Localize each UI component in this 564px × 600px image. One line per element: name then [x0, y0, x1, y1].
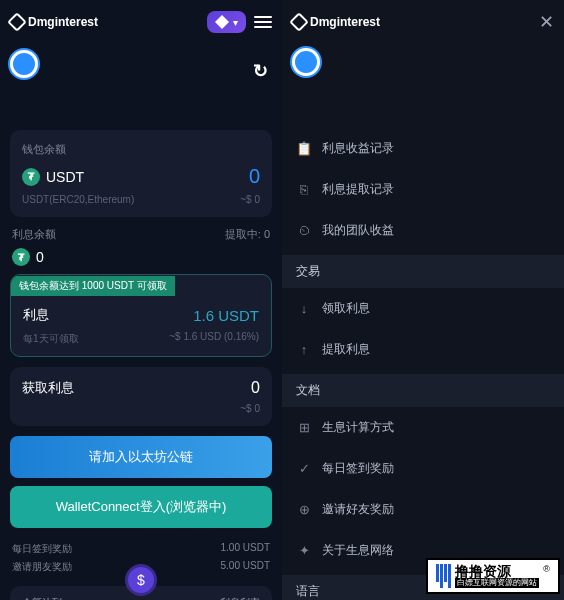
- interest-freq: 每1天可领取: [23, 332, 79, 346]
- menu-icon: ✓: [296, 461, 312, 477]
- menu-item-label: 利息收益记录: [322, 140, 394, 157]
- menu-section-header: 交易: [282, 255, 564, 288]
- tier-header-balance: 余额达到: [22, 596, 62, 600]
- brand-logo-icon: [7, 12, 27, 32]
- watermark: 撸撸资源 白嫖互联网资源的网站 ®: [426, 558, 560, 594]
- menu-item-label: 关于生息网络: [322, 542, 394, 559]
- avatar[interactable]: [8, 48, 40, 80]
- earn-title: 获取利息: [22, 379, 74, 397]
- chevron-down-icon: ▾: [233, 17, 238, 28]
- withdrawing-label: 提取中: 0: [225, 227, 270, 242]
- menu-item[interactable]: ↓领取利息: [282, 288, 564, 329]
- menu-icon: 📋: [296, 141, 312, 157]
- menu-icon: ⎘: [296, 182, 312, 198]
- menu-item[interactable]: ⏲我的团队收益: [282, 210, 564, 251]
- interest-title: 利息: [23, 306, 49, 324]
- menu-item-label: 我的团队收益: [322, 222, 394, 239]
- tier-header-rate: 利息利率: [220, 596, 260, 600]
- daily-reward-value: 1.00 USDT: [221, 542, 270, 556]
- menu-icon: ⊞: [296, 420, 312, 436]
- menu-item-label: 利息提取记录: [322, 181, 394, 198]
- menu-item[interactable]: ⊞生息计算方式: [282, 407, 564, 448]
- threshold-badge: 钱包余额达到 1000 USDT 可领取: [11, 276, 175, 296]
- interest-usd: ~$ 1.6 USD (0.16%): [169, 331, 259, 342]
- menu-icon: ⏲: [296, 223, 312, 239]
- brand: Dmginterest: [10, 15, 98, 29]
- wallet-usd: ~$ 0: [240, 194, 260, 205]
- wallet-amount: 0: [249, 165, 260, 188]
- menu-item[interactable]: ↑提取利息: [282, 329, 564, 370]
- interest-balance-amount: 0: [36, 249, 44, 265]
- menu-item[interactable]: ⎘利息提取记录: [282, 169, 564, 210]
- brand: Dmginterest: [292, 15, 380, 29]
- close-icon[interactable]: ✕: [539, 11, 554, 33]
- menu-item-label: 提取利息: [322, 341, 370, 358]
- menu-icon: ↓: [296, 301, 312, 317]
- menu-item[interactable]: ⊕邀请好友奖励: [282, 489, 564, 530]
- wallet-token: USDT: [46, 169, 84, 185]
- avatar[interactable]: [290, 46, 322, 78]
- wallet-balance-card: 钱包余额 ₮ USDT 0 USDT(ERC20,Ethereum) ~$ 0: [10, 130, 272, 217]
- interest-balance-label: 利息余额: [12, 227, 56, 242]
- fab-button[interactable]: $: [125, 564, 157, 596]
- earn-amount: 0: [251, 379, 260, 397]
- watermark-main: 撸撸资源: [455, 564, 539, 578]
- join-chain-button[interactable]: 请加入以太坊公链: [10, 436, 272, 478]
- menu-icon: ↑: [296, 342, 312, 358]
- menu-item-label: 每日签到奖励: [322, 460, 394, 477]
- menu-icon: ✦: [296, 543, 312, 559]
- usdt-icon: ₮: [12, 248, 30, 266]
- usdt-icon: ₮: [22, 168, 40, 186]
- invite-reward-value: 5.00 USDT: [221, 560, 270, 574]
- menu-item-label: 领取利息: [322, 300, 370, 317]
- chain-selector[interactable]: ▾: [207, 11, 246, 33]
- menu-item[interactable]: ✓每日签到奖励: [282, 448, 564, 489]
- menu-item-label: 邀请好友奖励: [322, 501, 394, 518]
- menu-item-label: 生息计算方式: [322, 419, 394, 436]
- menu-button[interactable]: [254, 16, 272, 28]
- walletconnect-button[interactable]: WalletConnect登入(浏览器中): [10, 486, 272, 528]
- refresh-button[interactable]: ↻: [253, 60, 268, 82]
- brand-text: Dmginterest: [28, 15, 98, 29]
- brand-logo-icon: [289, 12, 309, 32]
- watermark-sub: 白嫖互联网资源的网站: [455, 578, 539, 588]
- earn-card: 获取利息 0 ~$ 0: [10, 367, 272, 426]
- wallet-label: 钱包余额: [22, 142, 260, 157]
- earn-usd: ~$ 0: [240, 403, 260, 414]
- interest-card: 钱包余额达到 1000 USDT 可领取 利息 1.6 USDT 每1天可领取 …: [10, 274, 272, 357]
- wallet-chain: USDT(ERC20,Ethereum): [22, 194, 134, 205]
- interest-amount: 1.6 USDT: [193, 307, 259, 324]
- menu-item[interactable]: 📋利息收益记录: [282, 128, 564, 169]
- menu-icon: ⊕: [296, 502, 312, 518]
- daily-reward-label: 每日签到奖励: [12, 542, 72, 556]
- invite-reward-label: 邀请朋友奖励: [12, 560, 72, 574]
- menu-section-header: 文档: [282, 374, 564, 407]
- ethereum-icon: [215, 15, 229, 29]
- brand-text: Dmginterest: [310, 15, 380, 29]
